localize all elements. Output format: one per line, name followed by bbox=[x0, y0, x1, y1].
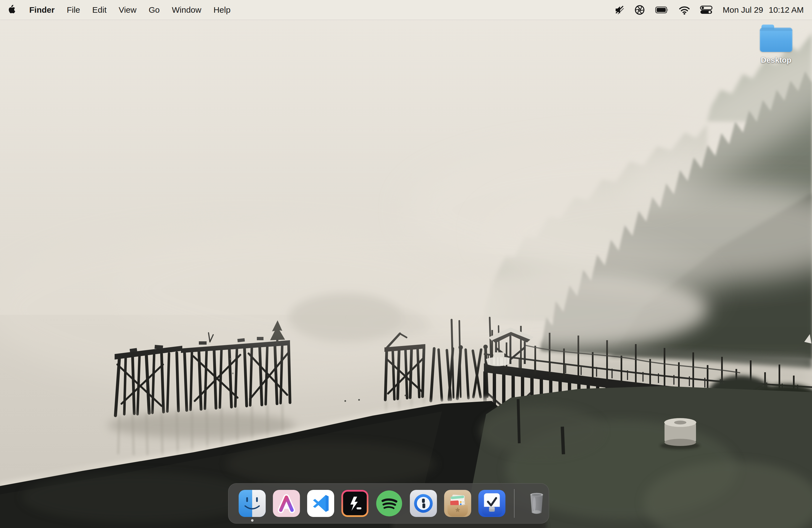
dock-item-vscode[interactable] bbox=[307, 489, 335, 517]
menu-bar: Finder File Edit View Go Window Help bbox=[0, 0, 812, 19]
macos-desktop: Finder File Edit View Go Window Help bbox=[0, 0, 812, 528]
one-password-icon bbox=[409, 489, 437, 517]
dock-item-trash[interactable] bbox=[523, 489, 551, 517]
vscode-icon bbox=[307, 489, 335, 517]
arc-browser-icon bbox=[272, 489, 301, 517]
folder-icon bbox=[760, 28, 793, 52]
menu-item-view[interactable]: View bbox=[118, 4, 137, 16]
wifi-icon[interactable] bbox=[679, 5, 690, 15]
spotify-icon bbox=[375, 489, 403, 517]
battery-icon[interactable] bbox=[655, 6, 669, 14]
finder-icon bbox=[238, 489, 266, 517]
clock-date: Mon Jul 29 bbox=[723, 5, 763, 15]
menu-item-finder[interactable]: Finder bbox=[29, 4, 55, 16]
dock-item-things[interactable] bbox=[478, 489, 506, 517]
dock-item-1password[interactable] bbox=[409, 489, 437, 517]
card-file-box-icon bbox=[444, 489, 472, 517]
dock-item-spotify[interactable] bbox=[375, 489, 403, 517]
menu-item-file[interactable]: File bbox=[66, 4, 81, 16]
aperture-icon[interactable] bbox=[634, 4, 645, 15]
dock-item-arc[interactable] bbox=[272, 489, 301, 517]
menu-bar-clock[interactable]: Mon Jul 29 10:12 AM bbox=[723, 5, 805, 15]
clock-time: 10:12 AM bbox=[769, 5, 804, 15]
menu-item-help[interactable]: Help bbox=[213, 4, 231, 16]
menu-bar-left: Finder File Edit View Go Window Help bbox=[7, 4, 231, 16]
desktop-icon-label: Desktop bbox=[761, 56, 791, 64]
menu-bar-status: Mon Jul 29 10:12 AM bbox=[614, 4, 805, 15]
menu-item-window[interactable]: Window bbox=[171, 4, 202, 16]
dock bbox=[228, 483, 549, 524]
things-icon bbox=[478, 489, 506, 517]
apple-menu-icon[interactable] bbox=[7, 4, 17, 15]
trash-icon bbox=[523, 489, 551, 517]
desktop-folder-icon[interactable]: Desktop bbox=[755, 28, 798, 64]
dock-item-warp[interactable] bbox=[341, 489, 369, 517]
wallpaper-image bbox=[0, 0, 812, 528]
muted-speaker-icon[interactable] bbox=[614, 5, 624, 15]
control-center-icon[interactable] bbox=[700, 5, 713, 14]
running-indicator-dot bbox=[251, 519, 253, 522]
menu-item-edit[interactable]: Edit bbox=[92, 4, 107, 16]
menu-item-go[interactable]: Go bbox=[148, 4, 160, 16]
dock-divider[interactable] bbox=[514, 489, 514, 518]
dock-item-card-file-box[interactable] bbox=[444, 489, 472, 517]
dock-item-finder[interactable] bbox=[238, 489, 266, 517]
warp-terminal-icon bbox=[341, 489, 369, 517]
